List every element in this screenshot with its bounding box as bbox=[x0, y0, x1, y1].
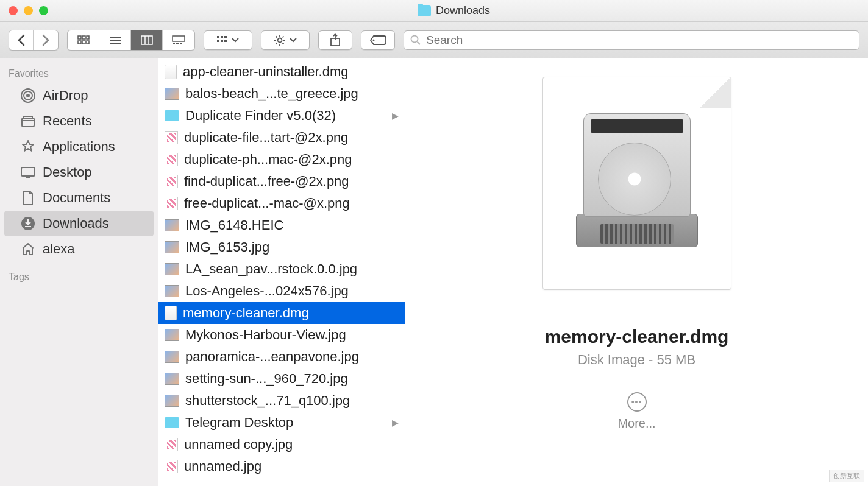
file-row[interactable]: unnamed copy.jpg bbox=[158, 434, 405, 456]
svg-rect-17 bbox=[221, 36, 223, 38]
file-row[interactable]: unnamed.jpg bbox=[158, 456, 405, 477]
file-name: app-cleaner-uninstaller.dmg bbox=[183, 64, 399, 80]
file-row[interactable]: Telegram Desktop▶ bbox=[158, 412, 405, 434]
file-name: find-duplicat...free-@2x.png bbox=[184, 174, 399, 189]
file-row[interactable]: shutterstock_...71_q100.jpg bbox=[158, 390, 405, 412]
disk-image-icon bbox=[576, 113, 698, 253]
column-view-button[interactable] bbox=[131, 30, 163, 50]
file-row[interactable]: Duplicate Finder v5.0(32)▶ bbox=[158, 105, 405, 127]
toolbar bbox=[0, 22, 868, 58]
file-name: shutterstock_...71_q100.jpg bbox=[185, 393, 399, 409]
file-type-icon bbox=[165, 329, 179, 341]
sidebar-item-downloads[interactable]: Downloads bbox=[4, 211, 154, 236]
nav-buttons bbox=[9, 30, 59, 51]
svg-rect-9 bbox=[141, 36, 152, 44]
sidebar-item-label: alexa bbox=[43, 241, 75, 257]
chevron-down-icon bbox=[232, 38, 239, 43]
expand-icon: ▶ bbox=[392, 418, 399, 428]
more-icon[interactable]: ••• bbox=[627, 392, 647, 412]
svg-point-27 bbox=[26, 94, 30, 97]
minimize-button[interactable] bbox=[24, 6, 33, 15]
file-type-icon bbox=[165, 197, 178, 210]
gallery-view-button[interactable] bbox=[163, 30, 194, 50]
more-button[interactable]: More... bbox=[617, 417, 655, 431]
watermark: 创新互联 bbox=[829, 470, 864, 482]
file-row[interactable]: Los-Angeles-...024x576.jpg bbox=[158, 280, 405, 302]
list-icon bbox=[109, 35, 121, 45]
file-row[interactable]: IMG_6153.jpg bbox=[158, 236, 405, 258]
window-title: Downloads bbox=[48, 4, 859, 17]
svg-rect-30 bbox=[22, 118, 34, 127]
file-row[interactable]: free-duplicat...-mac-@x.png bbox=[158, 192, 405, 214]
file-row[interactable]: balos-beach_...te_greece.jpg bbox=[158, 83, 405, 105]
svg-rect-0 bbox=[78, 36, 81, 39]
sidebar-item-documents[interactable]: Documents bbox=[4, 185, 154, 211]
file-name: free-duplicat...-mac-@x.png bbox=[184, 195, 399, 211]
maximize-button[interactable] bbox=[39, 6, 48, 15]
share-button[interactable] bbox=[318, 30, 352, 50]
file-row[interactable]: app-cleaner-uninstaller.dmg bbox=[158, 61, 405, 83]
sidebar-item-alexa[interactable]: alexa bbox=[4, 236, 154, 262]
view-mode-buttons bbox=[67, 30, 195, 51]
file-row[interactable]: find-duplicat...free-@2x.png bbox=[158, 171, 405, 192]
sidebar-item-label: Recents bbox=[43, 113, 92, 129]
file-type-icon bbox=[165, 241, 179, 253]
icon-view-button[interactable] bbox=[68, 30, 99, 50]
sidebar-item-airdrop[interactable]: AirDrop bbox=[4, 83, 154, 108]
file-type-icon bbox=[165, 417, 179, 428]
preview-meta: Disk Image - 55 MB bbox=[578, 352, 695, 368]
sidebar-item-label: AirDrop bbox=[43, 88, 88, 104]
forward-button[interactable] bbox=[34, 30, 58, 50]
tags-button[interactable] bbox=[361, 30, 395, 50]
back-button[interactable] bbox=[9, 30, 34, 50]
file-row[interactable]: duplicate-ph...mac-@2x.png bbox=[158, 149, 405, 171]
sidebar-favorites-header: Favorites bbox=[0, 65, 158, 83]
sidebar: Favorites AirDropRecentsApplicationsDesk… bbox=[0, 58, 158, 486]
tag-icon bbox=[369, 35, 386, 46]
file-name: IMG_6153.jpg bbox=[185, 239, 399, 255]
file-row[interactable]: setting-sun-..._960_720.jpg bbox=[158, 368, 405, 390]
close-button[interactable] bbox=[9, 6, 18, 15]
svg-rect-16 bbox=[217, 36, 219, 38]
svg-rect-5 bbox=[87, 41, 89, 44]
file-column[interactable]: app-cleaner-uninstaller.dmgbalos-beach_.… bbox=[158, 58, 405, 486]
file-row[interactable]: LA_sean_pav...rstock.0.0.jpg bbox=[158, 258, 405, 280]
file-row[interactable]: IMG_6148.HEIC bbox=[158, 214, 405, 236]
file-type-icon bbox=[165, 395, 179, 407]
sidebar-item-desktop[interactable]: Desktop bbox=[4, 160, 154, 185]
file-row[interactable]: panoramica-...eanpavone.jpg bbox=[158, 346, 405, 368]
svg-rect-15 bbox=[180, 43, 182, 44]
search-box[interactable] bbox=[404, 30, 859, 50]
title-text: Downloads bbox=[436, 4, 490, 17]
preview-pane: memory-cleaner.dmg Disk Image - 55 MB ••… bbox=[405, 58, 868, 486]
file-type-icon bbox=[165, 88, 179, 100]
file-row[interactable]: memory-cleaner.dmg bbox=[158, 302, 405, 324]
titlebar: Downloads bbox=[0, 0, 868, 22]
list-view-button[interactable] bbox=[99, 30, 131, 50]
svg-rect-12 bbox=[173, 36, 185, 41]
action-button[interactable] bbox=[261, 30, 310, 50]
file-name: setting-sun-..._960_720.jpg bbox=[185, 371, 399, 387]
file-name: unnamed.jpg bbox=[184, 459, 399, 474]
file-type-icon bbox=[165, 460, 178, 473]
arrange-button[interactable] bbox=[204, 30, 252, 50]
file-name: balos-beach_...te_greece.jpg bbox=[185, 86, 399, 102]
file-type-icon bbox=[165, 351, 179, 363]
svg-rect-31 bbox=[21, 167, 35, 176]
file-type-icon bbox=[165, 285, 179, 297]
svg-rect-19 bbox=[217, 40, 219, 42]
file-row[interactable]: Mykonos-Harbour-View.jpg bbox=[158, 324, 405, 346]
sidebar-item-recents[interactable]: Recents bbox=[4, 108, 154, 134]
file-type-icon bbox=[165, 373, 179, 385]
file-name: memory-cleaner.dmg bbox=[183, 305, 399, 321]
file-type-icon bbox=[165, 263, 179, 275]
gear-icon bbox=[274, 34, 286, 46]
file-row[interactable]: duplicate-file...tart-@2x.png bbox=[158, 127, 405, 149]
sidebar-item-label: Downloads bbox=[43, 216, 109, 231]
file-name: IMG_6148.HEIC bbox=[185, 217, 399, 233]
search-input[interactable] bbox=[426, 33, 853, 47]
sidebar-item-applications[interactable]: Applications bbox=[4, 134, 154, 160]
file-type-icon bbox=[165, 110, 179, 121]
svg-rect-2 bbox=[87, 36, 89, 39]
svg-rect-20 bbox=[221, 40, 223, 42]
